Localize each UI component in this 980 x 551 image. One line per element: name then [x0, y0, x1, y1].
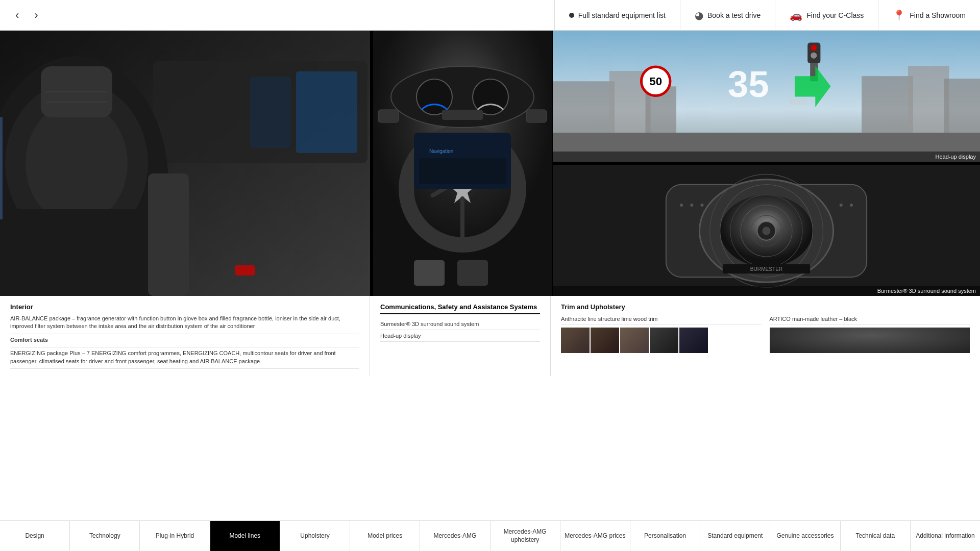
interior-image — [0, 31, 370, 296]
tab-personalisation[interactable]: Personalisation — [630, 521, 700, 551]
swatch-3[interactable] — [620, 328, 649, 353]
swatch-2[interactable] — [591, 328, 619, 353]
leather-swatch[interactable] — [770, 328, 970, 353]
comm-item-0: Burmester® 3D surround sound system — [380, 318, 540, 330]
tab-plug-in-hybrid[interactable]: Plug-in Hybrid — [140, 521, 210, 551]
tab-mercedes-amg-upholstery[interactable]: Mercedes-AMG upholstery — [491, 521, 560, 551]
communications-panel: Communications, Safety and Assistance Sy… — [370, 296, 551, 376]
svg-rect-38 — [862, 76, 913, 133]
svg-point-61 — [680, 204, 683, 207]
interior-heading: Interior — [10, 303, 359, 311]
trim-columns: Anthracite line structure lime wood trim — [561, 316, 970, 353]
svg-rect-31 — [414, 260, 445, 286]
svg-point-60 — [762, 227, 770, 235]
find-showroom-label: Find a Showroom — [910, 11, 966, 19]
hud-svg: 50 35 km/h — [553, 31, 980, 162]
svg-text:km/h: km/h — [790, 97, 807, 106]
tab-genuine-accessories[interactable]: Genuine accessories — [770, 521, 840, 551]
swatch-4[interactable] — [650, 328, 678, 353]
svg-rect-35 — [553, 81, 615, 133]
svg-point-62 — [690, 204, 693, 207]
car-icon: 🚗 — [790, 9, 802, 21]
svg-rect-10 — [0, 209, 153, 296]
find-c-class-label: Find your C-Class — [806, 11, 864, 19]
svg-rect-21 — [460, 196, 464, 240]
burmester-caption: Burmester® 3D surround sound system — [553, 286, 980, 296]
tab-design[interactable]: Design — [0, 521, 70, 551]
hud-image: 50 35 km/h Head-up display — [553, 31, 980, 162]
nav-links: Full standard equipment list ◕ Book a te… — [554, 0, 980, 30]
book-test-drive-link[interactable]: ◕ Book a test drive — [680, 0, 775, 30]
right-images: 50 35 km/h Head-up display — [553, 31, 980, 296]
dot-icon — [569, 13, 574, 18]
svg-rect-11 — [148, 173, 189, 296]
interior-item-0: AIR-BALANCE package – fragrance generato… — [10, 315, 359, 334]
description-row: Interior AIR-BALANCE package – fragrance… — [0, 296, 980, 376]
svg-rect-30 — [442, 110, 483, 120]
svg-point-44 — [811, 53, 817, 59]
tab-upholstery[interactable]: Upholstery — [280, 521, 350, 551]
svg-rect-29 — [526, 110, 547, 122]
tab-technical-data[interactable]: Technical data — [841, 521, 911, 551]
burmester-caption-text: Burmester® 3D surround sound system — [877, 288, 976, 294]
svg-point-63 — [700, 204, 703, 207]
upholstery-label: ARTICO man-made leather – black — [770, 316, 970, 324]
full-standard-label: Full standard equipment list — [578, 11, 666, 19]
bottom-tabs: Design Technology Plug-in Hybrid Model l… — [0, 520, 980, 551]
tab-model-prices[interactable]: Model prices — [350, 521, 420, 551]
svg-rect-27 — [419, 158, 506, 184]
svg-text:50: 50 — [649, 75, 662, 88]
svg-point-65 — [850, 204, 853, 207]
interior-description: Interior AIR-BALANCE package – fragrance… — [0, 296, 370, 376]
comm-item-1: Head-up display — [380, 330, 540, 342]
find-showroom-link[interactable]: 📍 Find a Showroom — [878, 0, 980, 30]
location-icon: 📍 — [893, 9, 905, 21]
svg-rect-40 — [944, 79, 980, 133]
svg-text:Navigation: Navigation — [429, 148, 453, 154]
top-navigation: ‹ › Full standard equipment list ◕ Book … — [0, 0, 980, 31]
trim-label: Anthracite line structure lime wood trim — [561, 316, 762, 324]
page-container: ‹ › Full standard equipment list ◕ Book … — [0, 0, 980, 376]
book-test-drive-label: Book a test drive — [707, 11, 761, 19]
image-row: Navigation — [0, 31, 980, 296]
svg-rect-2 — [296, 71, 357, 153]
burmester-image: BURMESTER Burmester® 3D surround sound s… — [553, 165, 980, 296]
svg-text:35: 35 — [728, 63, 769, 105]
trim-heading: Trim and Upholstery — [561, 303, 970, 311]
nav-arrows: ‹ › — [0, 6, 54, 24]
wood-trim-column: Anthracite line structure lime wood trim — [561, 316, 762, 353]
tab-mercedes-amg-prices[interactable]: Mercedes-AMG prices — [560, 521, 630, 551]
next-arrow[interactable]: › — [29, 6, 43, 24]
interior-svg — [0, 31, 370, 296]
svg-rect-12 — [235, 265, 255, 276]
burmester-svg: BURMESTER — [553, 165, 980, 296]
svg-rect-28 — [378, 110, 399, 122]
tab-standard-equipment[interactable]: Standard equipment — [700, 521, 770, 551]
interior-item-2: ENERGIZING package Plus – 7 ENERGIZING c… — [10, 349, 359, 369]
steering-wheel-icon: ◕ — [695, 9, 703, 21]
swatch-5[interactable] — [679, 328, 708, 353]
svg-point-43 — [811, 45, 817, 51]
prev-arrow[interactable]: ‹ — [10, 6, 24, 24]
trim-swatches — [561, 328, 762, 353]
trim-panel: Trim and Upholstery Anthracite line stru… — [551, 296, 980, 376]
tab-technology[interactable]: Technology — [70, 521, 140, 551]
hud-caption-text: Head-up display — [936, 154, 976, 160]
dashboard-image: Navigation — [373, 31, 552, 296]
communications-heading: Communications, Safety and Assistance Sy… — [380, 303, 540, 314]
svg-rect-3 — [250, 77, 291, 148]
svg-text:BURMESTER: BURMESTER — [750, 266, 782, 272]
leather-column: ARTICO man-made leather – black — [770, 316, 970, 353]
svg-rect-32 — [457, 260, 488, 286]
center-right-panel: Communications, Safety and Assistance Sy… — [370, 296, 980, 376]
full-standard-link[interactable]: Full standard equipment list — [554, 0, 680, 30]
tab-model-lines[interactable]: Model lines — [210, 521, 280, 551]
swatch-1[interactable] — [561, 328, 590, 353]
find-c-class-link[interactable]: 🚗 Find your C-Class — [775, 0, 878, 30]
dashboard-svg: Navigation — [373, 31, 552, 296]
svg-rect-39 — [908, 66, 949, 133]
hud-caption: Head-up display — [553, 152, 980, 162]
tab-mercedes-amg[interactable]: Mercedes-AMG — [420, 521, 490, 551]
tab-additional-information[interactable]: Additional information — [911, 521, 980, 551]
svg-point-64 — [840, 204, 843, 207]
